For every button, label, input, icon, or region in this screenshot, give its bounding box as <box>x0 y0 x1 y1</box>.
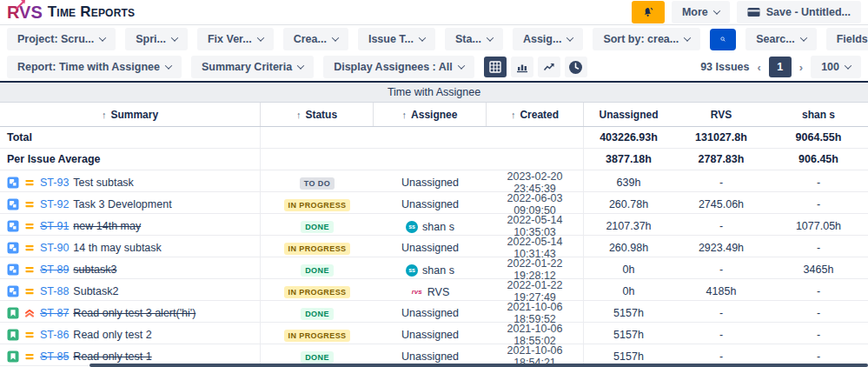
display-assignees-button[interactable]: Display Assignees : All <box>323 56 474 78</box>
chevron-down-icon <box>171 34 178 41</box>
more-button[interactable]: More <box>672 1 730 23</box>
assignee-name: shan s <box>422 221 454 233</box>
app-logo: RVS Time Reports <box>7 3 135 23</box>
bar-chart-icon <box>516 61 528 73</box>
filter-project-button[interactable]: Project: Scru... <box>7 28 116 50</box>
sort-asc-icon: ↑ <box>402 110 407 120</box>
assignee-cell: rvs RVS <box>411 286 449 298</box>
chevron-down-icon <box>458 62 465 69</box>
current-page-indicator[interactable]: 1 <box>769 57 792 77</box>
priority-medium-icon <box>23 198 36 210</box>
filter-fix-version-button[interactable]: Fix Ver... <box>197 28 274 50</box>
issue-key-link[interactable]: ST-93 <box>40 177 69 189</box>
priority-medium-icon <box>23 329 36 341</box>
next-page-chevron-icon[interactable]: › <box>799 61 803 74</box>
issue-row[interactable]: ST-91 new 14th may DONE ss shan s 2022-0… <box>0 214 868 236</box>
issue-row[interactable]: ST-86 Read only test 2 IN PROGRESS Unass… <box>0 323 868 344</box>
filter-status-button[interactable]: Sta... <box>445 28 503 50</box>
column-header-status[interactable]: ↑Status <box>261 103 374 126</box>
created-date: 2021-10-06 18:55:02 <box>487 323 584 347</box>
hours-value: 2923.49h <box>673 242 769 254</box>
status-badge: IN PROGRESS <box>284 286 351 298</box>
issue-key-link[interactable]: ST-91 <box>40 220 69 232</box>
issue-key-link[interactable]: ST-92 <box>40 198 69 210</box>
issue-summary: Test subtask <box>73 177 133 189</box>
created-date: 2023-02-20 23:45:39 <box>487 170 584 195</box>
filter-creator-button[interactable]: Crea... <box>283 28 348 50</box>
issue-summary: Read only test 2 <box>73 329 151 341</box>
column-header-summary[interactable]: ↑Summary <box>0 103 261 126</box>
prev-page-chevron-icon[interactable]: ‹ <box>757 61 760 74</box>
column-header-assignee[interactable]: ↑Assignee <box>374 103 487 126</box>
hours-value: 1077.05h <box>769 220 868 232</box>
issue-summary: 14 th may subtask <box>73 242 161 254</box>
issue-key-link[interactable]: ST-86 <box>40 329 69 341</box>
filter-issue-type-button[interactable]: Issue T... <box>358 28 435 50</box>
filter-sprint-button[interactable]: Spri... <box>125 28 188 50</box>
chevron-down-icon <box>713 7 720 14</box>
horizontal-scrollbar[interactable] <box>89 364 868 367</box>
column-header-created[interactable]: ↑Created <box>487 103 584 126</box>
sort-asc-icon: ↑ <box>102 110 107 120</box>
assignee-name: Unassigned <box>401 329 459 341</box>
issue-summary: Subtask2 <box>73 285 118 297</box>
assignee-name: Unassigned <box>401 350 459 363</box>
filter-creator-label: Crea... <box>294 33 327 45</box>
subtask-type-icon <box>7 177 19 189</box>
hours-value: - <box>769 285 868 297</box>
hours-value: - <box>673 220 769 232</box>
issue-key-link[interactable]: ST-90 <box>40 242 69 254</box>
story-type-icon <box>7 307 19 319</box>
issue-row[interactable]: ST-89 subtask3 DONE ss shan s 2022-01-22… <box>0 257 868 279</box>
page-title: Time Reports <box>48 3 135 21</box>
issue-summary: Read only test 1 <box>73 350 151 363</box>
hours-value: - <box>769 329 868 341</box>
hours-value: 2745.06h <box>673 198 769 210</box>
subtask-type-icon <box>7 264 19 276</box>
search-button[interactable] <box>710 29 736 50</box>
rvs-logo-icon: RVS <box>7 3 43 23</box>
summary-criteria-button[interactable]: Summary Criteria <box>191 56 314 78</box>
column-header-unassigned: Unassigned <box>584 103 673 126</box>
issue-row[interactable]: ST-90 14 th may subtask IN PROGRESS Unas… <box>0 236 868 257</box>
hours-value: - <box>673 329 769 341</box>
hours-value: - <box>769 307 868 319</box>
issue-summary: new 14th may <box>73 220 141 232</box>
column-label: Summary <box>110 109 158 121</box>
report-select-button[interactable]: Report: Time with Assignee <box>7 56 182 78</box>
table-grid-icon <box>489 61 501 73</box>
issue-row[interactable]: ST-88 Subtask2 IN PROGRESS rvs RVS 2022-… <box>0 279 868 301</box>
line-chart-icon <box>543 61 555 73</box>
issue-key-link[interactable]: ST-88 <box>40 285 69 297</box>
assignee-name: Unassigned <box>401 242 459 254</box>
announcement-button[interactable] <box>632 1 665 23</box>
issue-row[interactable]: ST-92 Task 3 Development IN PROGRESS Una… <box>0 192 868 214</box>
issue-row[interactable]: ST-93 Test subtask TO DO Unassigned 2023… <box>0 170 868 192</box>
page-size-select[interactable]: 100 <box>811 56 861 78</box>
sort-by-button[interactable]: Sort by: crea... <box>593 28 700 50</box>
fields-button[interactable]: Fields <box>826 28 868 50</box>
priority-medium-icon <box>23 242 36 254</box>
sort-by-label: Sort by: crea... <box>603 33 679 45</box>
avatar: rvs <box>411 286 423 298</box>
status-badge: DONE <box>301 351 334 364</box>
chevron-down-icon <box>845 62 851 69</box>
filter-assignee-button[interactable]: Assig... <box>513 28 583 50</box>
search-term-button[interactable]: Searc... <box>745 28 816 50</box>
assignee-cell: Unassigned <box>401 177 459 189</box>
save-button[interactable]: Save - Untitled... <box>737 1 861 23</box>
column-label: shan s <box>802 109 835 121</box>
status-badge: IN PROGRESS <box>284 199 351 211</box>
filter-project-label: Project: Scru... <box>17 33 94 45</box>
issue-row[interactable]: ST-87 Read only test 3 alert('hi') DONE … <box>0 301 868 323</box>
filter-toolbar: Project: Scru... Spri... Fix Ver... Crea… <box>0 25 868 53</box>
issue-key-link[interactable]: ST-89 <box>40 264 69 276</box>
status-badge: TO DO <box>300 177 335 190</box>
hours-value: 131027.8h <box>673 131 769 143</box>
table-view-toggle[interactable] <box>484 57 507 77</box>
issue-key-link[interactable]: ST-87 <box>40 307 69 319</box>
time-view-toggle[interactable] <box>565 57 587 77</box>
issue-key-link[interactable]: ST-85 <box>40 350 69 363</box>
bar-chart-view-toggle[interactable] <box>511 57 533 77</box>
line-chart-view-toggle[interactable] <box>538 57 560 77</box>
